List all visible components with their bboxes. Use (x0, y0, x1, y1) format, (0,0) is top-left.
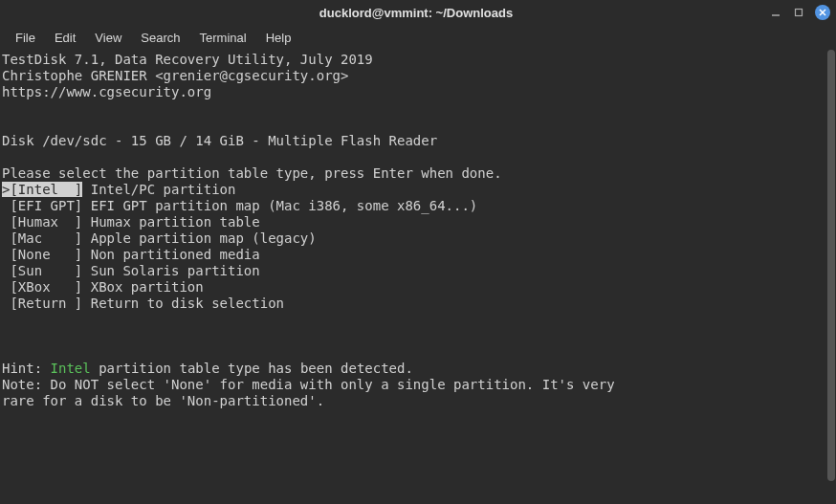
maximize-button[interactable] (792, 6, 805, 19)
window-controls (769, 5, 830, 20)
menu-view[interactable]: View (87, 28, 129, 48)
menu-terminal[interactable]: Terminal (192, 28, 254, 48)
scrollbar[interactable] (826, 50, 836, 504)
disk-info-line: Disk /dev/sdc - 15 GB / 14 GiB - Multipl… (2, 133, 437, 148)
author-line: Christophe GRENIER <grenier@cgsecurity.o… (2, 68, 348, 83)
terminal-output[interactable]: TestDisk 7.1, Data Recovery Utility, Jul… (0, 50, 836, 504)
note-line-1: Note: Do NOT select 'None' for media wit… (2, 377, 615, 392)
option-intel-selected[interactable]: >[Intel ] (2, 182, 82, 197)
menubar: File Edit View Search Terminal Help (0, 25, 836, 50)
window-title: ducklord@vmmint: ~/Downloads (63, 6, 769, 20)
option-humax[interactable]: [Humax ] Humax partition table (2, 214, 260, 230)
close-button[interactable] (815, 5, 830, 20)
option-sun[interactable]: [Sun ] Sun Solaris partition (2, 263, 260, 278)
app-version-line: TestDisk 7.1, Data Recovery Utility, Jul… (2, 52, 373, 67)
detected-type: Intel (51, 361, 91, 376)
option-xbox[interactable]: [XBox ] XBox partition (2, 279, 204, 295)
option-intel-desc: Intel/PC partition (82, 182, 235, 197)
hint-line: Hint: Intel partition table type has bee… (2, 361, 413, 376)
note-line-2: rare for a disk to be 'Non-partitioned'. (2, 393, 324, 408)
menu-edit[interactable]: Edit (47, 28, 83, 48)
option-mac[interactable]: [Mac ] Apple partition map (legacy) (2, 230, 317, 246)
scrollbar-thumb[interactable] (827, 50, 835, 481)
menu-help[interactable]: Help (258, 28, 299, 48)
minimize-button[interactable] (769, 6, 782, 19)
menu-search[interactable]: Search (133, 28, 187, 48)
menu-file[interactable]: File (8, 28, 43, 48)
svg-rect-1 (796, 10, 803, 16)
option-none[interactable]: [None ] Non partitioned media (2, 247, 260, 262)
option-efi-gpt[interactable]: [EFI GPT] EFI GPT partition map (Mac i38… (2, 198, 477, 213)
window-titlebar: ducklord@vmmint: ~/Downloads (0, 0, 836, 25)
prompt-line: Please select the partition table type, … (2, 165, 502, 181)
option-return[interactable]: [Return ] Return to disk selection (2, 296, 284, 311)
url-line: https://www.cgsecurity.org (2, 84, 211, 99)
